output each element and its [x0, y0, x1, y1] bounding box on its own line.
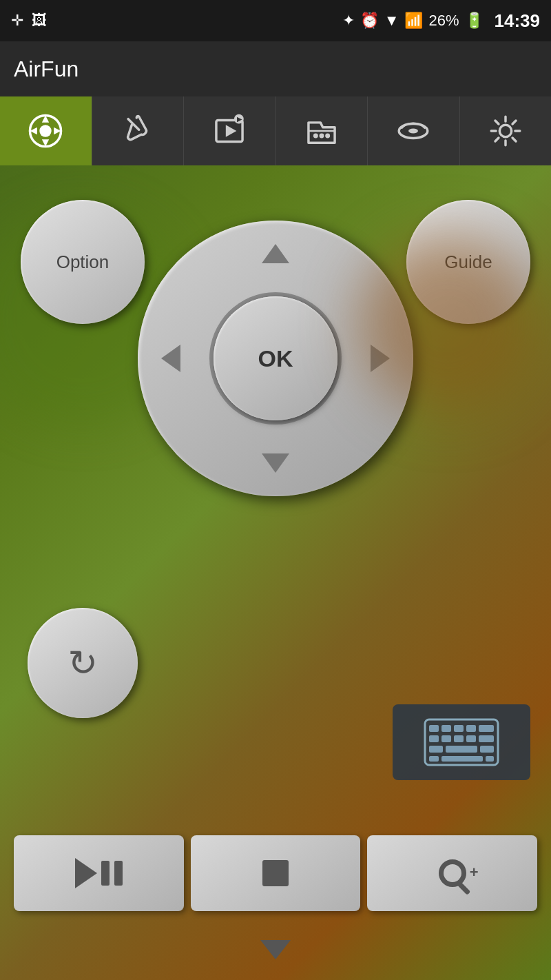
zoom-search-button[interactable]: + [367, 835, 537, 911]
status-time: 14:39 [495, 10, 541, 32]
search-plus-icon: + [439, 859, 466, 887]
svg-text:▶: ▶ [238, 116, 243, 123]
image-icon: 🖼 [32, 12, 47, 30]
play-pause-button[interactable] [14, 835, 184, 911]
bluetooth-icon: ✦ [342, 12, 355, 30]
svg-rect-30 [480, 746, 494, 753]
svg-rect-27 [479, 735, 494, 742]
status-bar: ✛ 🖼 ✦ ⏰ ▼ 📶 26% 🔋 14:39 [0, 0, 551, 41]
tab-frisbee[interactable] [368, 96, 460, 165]
app-bar: AirFun [0, 41, 551, 96]
svg-marker-7 [226, 125, 237, 136]
app-title: AirFun [14, 57, 79, 82]
signal-icon: 📶 [404, 12, 423, 30]
dpad-container: OK [138, 221, 413, 496]
tab-files[interactable] [276, 96, 368, 165]
option-label: Option [56, 252, 110, 273]
play-pause-icon [75, 858, 123, 888]
settings-icon [488, 113, 523, 149]
svg-point-1 [40, 125, 52, 136]
ok-label: OK [258, 345, 293, 372]
svg-rect-26 [466, 735, 476, 742]
svg-point-15 [408, 129, 418, 134]
ok-button[interactable]: OK [214, 296, 337, 420]
svg-rect-19 [441, 725, 451, 732]
svg-rect-20 [454, 725, 464, 732]
keyboard-button[interactable] [393, 704, 530, 780]
tab-remote[interactable] [0, 96, 92, 165]
tab-gesture[interactable] [92, 96, 185, 165]
stop-icon [262, 860, 289, 886]
dpad-left-button[interactable] [150, 338, 191, 379]
media-controls: + [14, 835, 537, 911]
svg-rect-33 [486, 756, 494, 762]
svg-rect-25 [454, 735, 464, 742]
tab-settings[interactable] [460, 96, 552, 165]
svg-point-13 [325, 133, 330, 138]
dpad-down-button[interactable] [255, 442, 296, 484]
battery-icon: 🔋 [465, 12, 484, 30]
svg-rect-23 [429, 735, 439, 742]
svg-rect-28 [429, 746, 443, 753]
svg-rect-24 [441, 735, 451, 742]
svg-point-11 [313, 133, 318, 138]
guide-button[interactable]: Guide [406, 200, 530, 324]
svg-point-16 [499, 125, 511, 136]
gesture-icon [120, 113, 156, 149]
tab-media[interactable]: ▶ [184, 96, 276, 165]
back-button[interactable]: ↺ [28, 608, 138, 718]
dpad-outer: OK [138, 221, 413, 496]
nav-tabs: ▶ [0, 96, 551, 165]
crosshair-icon: ✛ [11, 12, 23, 30]
remote-icon [28, 113, 63, 149]
dpad-right-button[interactable] [360, 338, 401, 379]
dpad-up-button[interactable] [255, 233, 296, 274]
alarm-icon: ⏰ [360, 12, 379, 30]
back-icon: ↺ [67, 642, 98, 684]
battery-percent: 26% [428, 12, 459, 30]
svg-rect-18 [429, 725, 439, 732]
svg-rect-21 [466, 725, 476, 732]
wifi-icon: ▼ [384, 12, 399, 30]
svg-rect-22 [479, 725, 494, 732]
media-icon: ▶ [211, 113, 247, 149]
svg-rect-29 [446, 746, 477, 753]
guide-label: Guide [444, 252, 492, 273]
main-content: Option Guide OK [0, 165, 551, 980]
svg-rect-32 [441, 756, 483, 762]
option-button[interactable]: Option [21, 200, 145, 324]
svg-point-12 [319, 133, 324, 138]
svg-rect-31 [429, 756, 439, 762]
files-icon [304, 113, 340, 149]
scroll-down-indicator[interactable] [260, 940, 291, 959]
frisbee-icon [395, 113, 431, 149]
stop-button[interactable] [191, 835, 361, 911]
keyboard-icon [424, 718, 499, 766]
